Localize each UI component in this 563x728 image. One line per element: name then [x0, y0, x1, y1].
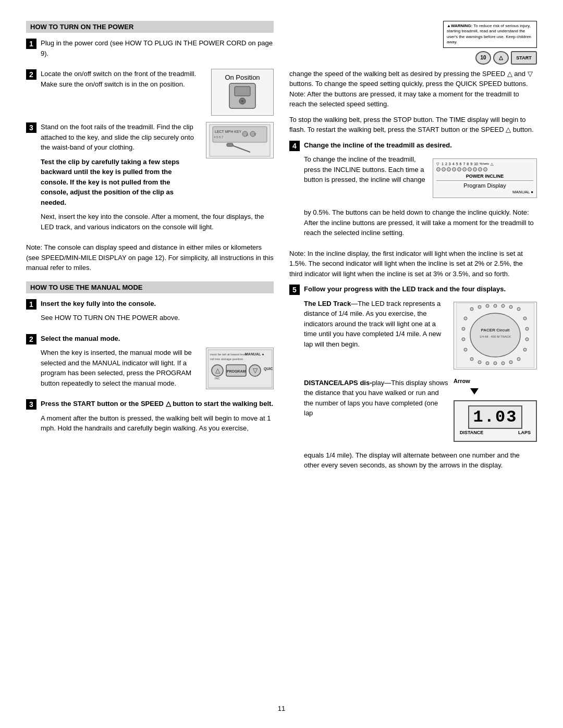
- stop-text: To stop the walking belt, press the STOP…: [289, 115, 537, 135]
- manual-step2-block: 2 Select the manual mode. When the key i…: [26, 334, 274, 393]
- svg-point-33: [517, 307, 520, 311]
- svg-point-36: [525, 338, 529, 341]
- left-column: HOW TO TURN ON THE POWER 1 Plug in the p…: [26, 21, 274, 707]
- svg-point-48: [464, 317, 467, 320]
- speed-buttons-row: 10 △ START: [475, 51, 537, 65]
- section1-note: Note: The console can display speed and …: [26, 242, 274, 273]
- svg-text:△: △: [215, 367, 220, 374]
- warning-speed-area: ▲WARNING: To reduce risk of serious inju…: [289, 21, 537, 66]
- manual-step3-bold: Press the START button or the SPEED △ bu…: [41, 400, 273, 408]
- manual-step1-text: See HOW TO TURN ON THE POWER above.: [41, 313, 274, 323]
- svg-point-39: [509, 361, 512, 364]
- incline-dots: [436, 167, 533, 171]
- svg-text:4    5    6    7: 4 5 6 7: [214, 135, 224, 139]
- pacer-circuit-svg: PACER Circuit 1/4 MI · 400 M TRACK: [456, 303, 534, 368]
- power-incline-label: POWER INCLINE: [436, 174, 533, 179]
- right-column: ▲WARNING: To reduce risk of serious inju…: [289, 21, 537, 707]
- manual-step3-block: 3 Press the START button or the SPEED △ …: [26, 399, 274, 438]
- step4-number: 4: [289, 141, 300, 151]
- manual-step1-content: Insert the key fully into the console. S…: [41, 299, 274, 327]
- svg-text:must be set at lowest level: must be set at lowest level: [210, 353, 247, 356]
- svg-text:▽: ▽: [252, 367, 258, 374]
- distance-text: DISTANCE/LAPS dis-play—This display show…: [304, 378, 448, 423]
- svg-point-45: [464, 348, 467, 351]
- svg-point-41: [494, 362, 497, 365]
- step3-content: Stand on the foot rails of the treadmill…: [41, 122, 274, 236]
- manual-step1-number: 1: [26, 299, 36, 310]
- manual-step3-number: 3: [26, 399, 36, 410]
- arrow-label-text: Arrow: [454, 378, 537, 384]
- svg-text:QUICK: QUICK: [264, 367, 273, 371]
- step1-number: 1: [26, 39, 36, 49]
- svg-point-42: [486, 362, 489, 365]
- svg-point-27: [470, 307, 473, 311]
- distance-section: DISTANCE/LAPS dis-play—This display show…: [304, 378, 537, 445]
- program-display-diagram: ▽ 1 2 3 4 5 6 7 8 9 10 %: [433, 154, 537, 202]
- page-number: 11: [278, 705, 285, 712]
- led-section: The LED Track—The LED track represents a…: [304, 299, 537, 373]
- step5-block: 5 Follow your progress with the LED trac…: [289, 284, 537, 475]
- step5-number: 5: [289, 285, 300, 295]
- svg-point-47: [462, 327, 465, 330]
- svg-rect-5: [213, 127, 267, 142]
- step3-text-before: Stand on the foot rails of the treadmill…: [41, 122, 197, 153]
- warning-box: ▲WARNING: To reduce risk of serious inju…: [443, 21, 537, 48]
- manual-step1-bold: Insert the key fully into the console.: [41, 300, 156, 307]
- svg-text:△: △: [246, 133, 249, 136]
- section2-header: HOW TO USE THE MANUAL MODE: [26, 281, 274, 293]
- svg-point-3: [241, 100, 243, 102]
- step4-text-area: To change the incline of the treadmill, …: [304, 154, 426, 189]
- step4-text: To change the incline of the treadmill, …: [304, 154, 426, 185]
- svg-text:INC: INC: [214, 377, 220, 380]
- led-text: The LED Track—The LED track represents a…: [304, 299, 448, 354]
- svg-point-43: [478, 361, 481, 364]
- key-diagram: LECT MPH KEY △ ▽ 4 5 6 7: [206, 122, 274, 158]
- svg-point-34: [523, 317, 527, 320]
- incline-note: Note: In the incline display, the first …: [289, 249, 537, 279]
- pacer-circuit-diagram: PACER Circuit 1/4 MI · 400 M TRACK: [454, 302, 537, 369]
- distance-continued: equals 1/4 mile). The display will alter…: [304, 450, 537, 471]
- svg-point-30: [494, 304, 497, 307]
- step4-text2: by 0.5%. The buttons can be held down to…: [304, 207, 537, 238]
- step4-block: 4 Change the incline of the treadmill as…: [289, 140, 537, 242]
- incline-numbers: ▽ 1 2 3 4 5 6 7 8 9 10 %: [436, 162, 533, 166]
- svg-rect-13: [227, 143, 233, 146]
- right-col-intro-text: change the speed of the walking belt as …: [289, 69, 537, 109]
- svg-rect-1: [235, 87, 250, 96]
- step3-number: 3: [26, 122, 36, 133]
- step4-content: Change the incline of the treadmill as d…: [304, 140, 537, 242]
- start-btn: START: [511, 51, 537, 65]
- step5-content: Follow your progress with the LED track …: [304, 284, 537, 475]
- speed-btn-10: 10: [475, 51, 491, 65]
- switch-diagram-svg: [227, 82, 258, 111]
- manual-step3-content: Press the START button or the SPEED △ bu…: [41, 399, 274, 438]
- distance-labels: DISTANCE LAPS: [455, 429, 536, 436]
- manual-indicator: MANUAL ●: [436, 190, 533, 194]
- step1-text: Plug in the power cord (see HOW TO PLUG …: [41, 38, 274, 58]
- manual-step2-content: Select the manual mode. When the key is …: [41, 334, 274, 393]
- step2-text: Locate the on/off switch on the front of…: [41, 69, 202, 89]
- distance-heading: DISTANCE/LAPS dis-: [304, 379, 372, 387]
- svg-point-38: [517, 357, 520, 361]
- manual-mode-diagram: must be set at lowest level roll into st…: [206, 348, 274, 389]
- step2-block: 2 Locate the on/off switch on the front …: [26, 69, 274, 116]
- svg-text:MANUAL ●: MANUAL ●: [245, 352, 264, 356]
- manual-step3-text: A moment after the button is pressed, th…: [41, 413, 274, 434]
- step3-block: 3 Stand on the foot rails of the treadmi…: [26, 122, 274, 236]
- laps-label: LAPS: [518, 430, 531, 435]
- step4-bold: Change the incline of the treadmill as d…: [304, 141, 452, 149]
- manual-mode-svg: must be set at lowest level roll into st…: [207, 349, 273, 388]
- svg-point-40: [501, 362, 505, 365]
- step2-number: 2: [26, 69, 36, 80]
- distance-number: 1.03: [468, 405, 523, 429]
- arrow-down-svg: [469, 385, 480, 396]
- step3-bold-text: Test the clip by carefully taking a few …: [41, 158, 179, 206]
- svg-text:PROGRAM: PROGRAM: [226, 369, 246, 373]
- section2-title: HOW TO USE THE MANUAL MODE: [30, 283, 142, 291]
- key-clip-svg: LECT MPH KEY △ ▽ 4 5 6 7: [209, 124, 271, 157]
- svg-point-44: [470, 357, 473, 361]
- manual-step1-block: 1 Insert the key fully into the console.…: [26, 299, 274, 327]
- section1-title: HOW TO TURN ON THE POWER: [30, 23, 133, 31]
- svg-point-35: [525, 327, 529, 330]
- svg-point-46: [462, 338, 465, 341]
